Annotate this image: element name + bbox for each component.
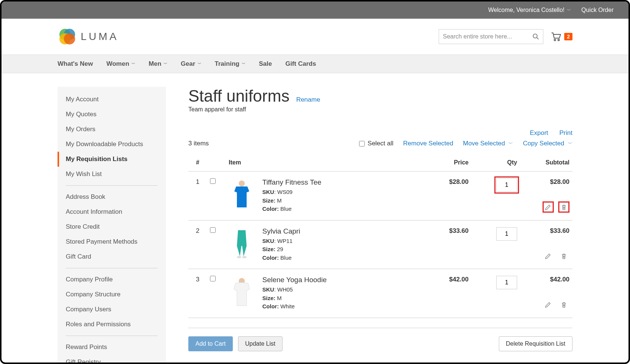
search-icon[interactable] bbox=[532, 33, 539, 40]
row-price: $28.00 bbox=[427, 172, 472, 220]
account-sidebar: My Account My Quotes My Orders My Downlo… bbox=[58, 87, 166, 364]
sidebar-item-address-book[interactable]: Address Book bbox=[66, 189, 158, 204]
sidebar-item-my-quotes[interactable]: My Quotes bbox=[66, 107, 158, 122]
sidebar-item-my-wish-list[interactable]: My Wish List bbox=[66, 167, 158, 182]
add-to-cart-button[interactable]: Add to Cart bbox=[188, 336, 233, 351]
row-checkbox[interactable] bbox=[210, 276, 216, 281]
svg-line-5 bbox=[537, 38, 539, 40]
edit-icon[interactable] bbox=[543, 250, 554, 262]
delete-list-button[interactable]: Delete Requisition List bbox=[499, 336, 572, 351]
remove-selected-link[interactable]: Remove Selected bbox=[403, 140, 453, 147]
product-thumbnail[interactable] bbox=[229, 178, 255, 210]
chevron-down-icon: ﹀ bbox=[164, 61, 167, 67]
row-checkbox[interactable] bbox=[210, 178, 216, 184]
col-price: Price bbox=[427, 154, 472, 172]
svg-point-9 bbox=[239, 181, 245, 186]
row-number: 3 bbox=[188, 269, 207, 318]
chevron-down-icon: ﹀ bbox=[509, 141, 513, 147]
nav-gear[interactable]: Gear﹀ bbox=[181, 60, 201, 68]
chevron-down-icon: ﹀ bbox=[132, 61, 135, 67]
main-nav: What's New Women﹀ Men﹀ Gear﹀ Training﹀ S… bbox=[1, 55, 629, 73]
sidebar-item-account-information[interactable]: Account Information bbox=[66, 204, 158, 219]
sidebar-item-company-structure[interactable]: Company Structure bbox=[66, 287, 158, 302]
trash-icon[interactable] bbox=[558, 201, 569, 213]
sidebar-item-my-orders[interactable]: My Orders bbox=[66, 122, 158, 137]
welcome-text: Welcome, Veronica Costello! bbox=[488, 7, 565, 13]
product-thumbnail[interactable] bbox=[229, 227, 255, 259]
update-list-button[interactable]: Update List bbox=[238, 336, 282, 351]
search-input[interactable] bbox=[443, 33, 532, 40]
row-price: $33.60 bbox=[427, 220, 472, 269]
col-qty: Qty bbox=[472, 154, 520, 172]
main-content: Staff uniforms Rename Team apparel for s… bbox=[188, 87, 572, 364]
select-all-input[interactable] bbox=[359, 141, 365, 146]
sidebar-item-my-downloadable[interactable]: My Downloadable Products bbox=[66, 137, 158, 152]
row-number: 1 bbox=[188, 172, 207, 220]
qty-input[interactable] bbox=[496, 178, 517, 192]
svg-point-4 bbox=[533, 34, 537, 38]
col-num: # bbox=[188, 154, 207, 172]
move-selected-dropdown[interactable]: Move Selected ﹀ bbox=[463, 140, 513, 147]
svg-point-12 bbox=[242, 256, 247, 258]
nav-women[interactable]: Women﹀ bbox=[106, 60, 135, 68]
print-link[interactable]: Print bbox=[559, 129, 572, 137]
logo-icon bbox=[58, 27, 77, 46]
row-price: $42.00 bbox=[427, 269, 472, 318]
welcome-dropdown[interactable]: Welcome, Veronica Costello! ﹀ bbox=[488, 7, 571, 13]
product-name[interactable]: Sylvia Capri bbox=[262, 227, 300, 235]
product-name[interactable]: Selene Yoga Hoodie bbox=[262, 276, 327, 284]
sidebar-item-my-account[interactable]: My Account bbox=[66, 92, 158, 107]
sidebar-item-gift-registry[interactable]: Gift Registry bbox=[66, 355, 158, 364]
utility-bar: Welcome, Veronica Costello! ﹀ Quick Orde… bbox=[1, 1, 629, 19]
nav-sale[interactable]: Sale bbox=[259, 60, 272, 68]
page-subtitle: Team apparel for staff bbox=[188, 106, 572, 113]
edit-icon[interactable] bbox=[543, 201, 554, 213]
nav-training[interactable]: Training﹀ bbox=[215, 60, 245, 68]
logo[interactable]: LUMA bbox=[58, 27, 119, 46]
sidebar-item-gift-card[interactable]: Gift Card bbox=[66, 249, 158, 264]
nav-men[interactable]: Men﹀ bbox=[149, 60, 167, 68]
select-all-checkbox[interactable]: Select all bbox=[359, 140, 393, 147]
product-name[interactable]: Tiffany Fitness Tee bbox=[262, 178, 321, 186]
qty-input[interactable] bbox=[496, 227, 517, 241]
row-subtotal: $33.60 bbox=[523, 227, 569, 235]
sidebar-item-company-users[interactable]: Company Users bbox=[66, 302, 158, 317]
sidebar-item-my-requisition-lists[interactable]: My Requisition Lists bbox=[66, 152, 158, 167]
sidebar-item-reward-points[interactable]: Reward Points bbox=[66, 340, 158, 355]
sidebar-item-stored-payment[interactable]: Stored Payment Methods bbox=[66, 234, 158, 249]
search-box[interactable] bbox=[439, 29, 543, 44]
copy-selected-dropdown[interactable]: Copy Selected ﹀ bbox=[523, 140, 572, 147]
chevron-down-icon: ﹀ bbox=[568, 141, 572, 147]
product-thumbnail[interactable] bbox=[229, 276, 255, 308]
header: LUMA 2 bbox=[1, 19, 629, 55]
row-subtotal: $28.00 bbox=[523, 178, 569, 186]
chevron-down-icon: ﹀ bbox=[242, 61, 245, 67]
row-subtotal: $42.00 bbox=[523, 276, 569, 283]
trash-icon[interactable] bbox=[558, 250, 569, 262]
nav-gift-cards[interactable]: Gift Cards bbox=[285, 60, 316, 68]
qty-input[interactable] bbox=[496, 276, 517, 289]
trash-icon[interactable] bbox=[558, 299, 569, 310]
edit-icon[interactable] bbox=[543, 299, 554, 310]
minicart[interactable]: 2 bbox=[551, 32, 572, 41]
table-row: 1Tiffany Fitness TeeSKU: WS09Size: MColo… bbox=[188, 172, 572, 220]
svg-point-7 bbox=[558, 39, 559, 41]
svg-point-6 bbox=[554, 39, 556, 41]
chevron-down-icon: ﹀ bbox=[198, 61, 201, 67]
export-link[interactable]: Export bbox=[530, 129, 548, 137]
rename-link[interactable]: Rename bbox=[296, 96, 320, 104]
sidebar-item-roles-permissions[interactable]: Roles and Permissions bbox=[66, 317, 158, 332]
item-count: 3 items bbox=[188, 140, 209, 147]
cart-count-badge: 2 bbox=[564, 33, 572, 40]
col-item: Item bbox=[226, 154, 427, 172]
sidebar-item-store-credit[interactable]: Store Credit bbox=[66, 219, 158, 234]
row-checkbox[interactable] bbox=[210, 227, 216, 233]
page-title: Staff uniforms bbox=[188, 87, 290, 105]
chevron-down-icon: ﹀ bbox=[567, 7, 571, 13]
svg-point-3 bbox=[64, 33, 75, 44]
nav-whats-new[interactable]: What's New bbox=[58, 60, 93, 68]
col-subtotal: Subtotal bbox=[520, 154, 572, 172]
quick-order-link[interactable]: Quick Order bbox=[581, 7, 614, 13]
sidebar-item-company-profile[interactable]: Company Profile bbox=[66, 272, 158, 287]
table-row: 2Sylvia CapriSKU: WP11Size: 29Color: Blu… bbox=[188, 220, 572, 269]
